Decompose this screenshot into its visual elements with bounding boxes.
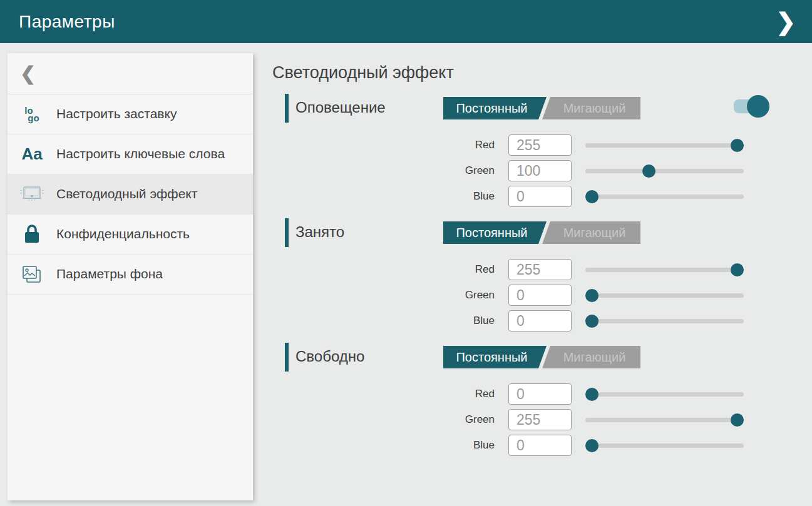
channel-row-green: Green (272, 285, 773, 306)
slider-track (585, 392, 744, 397)
channel-row-blue: Blue (272, 186, 773, 207)
red-slider[interactable] (585, 383, 744, 405)
sidebar-item-keywords[interactable]: Aa Настроить ключевые слова (8, 134, 253, 175)
channel-row-red: Red (272, 259, 773, 280)
channel-label: Blue (272, 190, 495, 203)
section-header-notification: Оповещение Постоянный Мигающий (272, 94, 773, 123)
mode-blink-button[interactable]: Мигающий (542, 97, 640, 119)
green-value-input[interactable] (508, 409, 572, 430)
mode-blink-button[interactable]: Мигающий (542, 346, 640, 368)
red-value-input[interactable] (508, 259, 572, 280)
slider-track (585, 418, 744, 422)
switch-knob (747, 95, 769, 118)
green-value-input[interactable] (508, 160, 572, 181)
slider-thumb[interactable] (585, 190, 599, 203)
mode-solid-button[interactable]: Постоянный (443, 221, 547, 244)
slider-track (585, 169, 744, 173)
rgb-channels: Red Green Blue (272, 134, 773, 207)
channel-label: Red (272, 388, 495, 400)
led-screen-icon (8, 185, 56, 204)
sidebar-item-label: Светодиодный эффект (56, 186, 197, 202)
channel-label: Blue (272, 315, 495, 327)
channel-row-red: Red (272, 383, 773, 405)
slider-thumb[interactable] (731, 413, 744, 427)
slider-thumb[interactable] (585, 315, 599, 328)
green-slider[interactable] (585, 285, 744, 306)
slider-track (585, 319, 744, 323)
red-value-input[interactable] (508, 134, 572, 156)
accent-bar (285, 343, 289, 372)
red-value-input[interactable] (508, 383, 572, 405)
channel-row-green: Green (272, 160, 773, 181)
mode-solid-button[interactable]: Постоянный (443, 97, 547, 119)
keywords-icon: Aa (8, 144, 56, 164)
green-slider[interactable] (585, 160, 744, 181)
section-name: Занято (296, 223, 344, 241)
logo-icon: logo (8, 107, 56, 122)
sidebar-item-label: Настроить заставку (56, 106, 177, 122)
channel-label: Green (272, 413, 495, 426)
red-slider[interactable] (585, 134, 744, 156)
channel-label: Green (272, 164, 495, 177)
sidebar-collapse-button[interactable]: ❮ (8, 53, 253, 94)
main-content: Светодиодный эффект Оповещение Постоянны… (272, 43, 773, 506)
channel-row-blue: Blue (272, 435, 773, 456)
sidebar: ❮ logo Настроить заставку Aa Настроить к… (8, 53, 253, 500)
sidebar-item-led-effect[interactable]: Светодиодный эффект (8, 175, 253, 215)
blue-slider[interactable] (585, 310, 744, 331)
blue-slider[interactable] (585, 435, 744, 456)
blue-value-input[interactable] (508, 186, 572, 207)
blue-value-input[interactable] (508, 435, 572, 456)
slider-track (585, 443, 744, 448)
channel-label: Green (272, 289, 495, 301)
section-name: Свободно (296, 348, 364, 365)
channel-label: Red (272, 263, 495, 276)
green-slider[interactable] (585, 409, 744, 430)
sidebar-item-label: Конфиденциальность (56, 226, 190, 242)
green-value-input[interactable] (508, 285, 572, 306)
slider-track (585, 268, 744, 272)
mode-solid-button[interactable]: Постоянный (443, 346, 547, 368)
channel-row-blue: Blue (272, 310, 773, 331)
sidebar-item-label: Параметры фона (56, 266, 163, 282)
notification-led-switch[interactable] (734, 99, 763, 113)
page-title: Параметры (19, 12, 115, 32)
slider-thumb[interactable] (585, 388, 599, 401)
slider-track (585, 195, 744, 199)
rgb-channels: Red Green Blue (272, 259, 773, 331)
rgb-channels: Red Green Blue (272, 383, 773, 456)
slider-thumb[interactable] (731, 139, 744, 152)
blue-slider[interactable] (585, 186, 744, 207)
section-name: Оповещение (296, 99, 386, 116)
mode-blink-button[interactable]: Мигающий (542, 221, 640, 244)
lock-icon (8, 224, 56, 245)
app-header: Параметры ❯ (0, 0, 812, 43)
sidebar-item-splash-screen[interactable]: logo Настроить заставку (8, 94, 253, 134)
channel-label: Blue (272, 439, 495, 452)
mode-toggle: Постоянный Мигающий (443, 346, 640, 368)
slider-thumb[interactable] (585, 439, 599, 452)
section-header-busy: Занято Постоянный Мигающий (272, 218, 773, 247)
channel-row-green: Green (272, 409, 773, 430)
slider-track (585, 293, 744, 298)
sidebar-item-privacy[interactable]: Конфиденциальность (8, 215, 253, 255)
chevron-left-icon: ❮ (20, 63, 36, 84)
blue-value-input[interactable] (508, 310, 572, 331)
slider-thumb[interactable] (731, 263, 744, 276)
channel-label: Red (272, 139, 495, 151)
accent-bar (285, 218, 289, 247)
slider-track (585, 143, 744, 148)
sidebar-item-label: Настроить ключевые слова (56, 146, 225, 162)
sidebar-item-background[interactable]: Параметры фона (8, 255, 253, 295)
mode-toggle: Постоянный Мигающий (443, 97, 640, 119)
mode-toggle: Постоянный Мигающий (443, 221, 640, 244)
accent-bar (285, 94, 289, 123)
red-slider[interactable] (585, 259, 744, 280)
background-images-icon (8, 265, 56, 285)
section-header-free: Свободно Постоянный Мигающий (272, 343, 773, 372)
content-title: Светодиодный эффект (272, 63, 773, 83)
slider-thumb[interactable] (585, 289, 599, 302)
channel-row-red: Red (272, 134, 773, 156)
slider-thumb[interactable] (642, 164, 655, 178)
chevron-right-icon[interactable]: ❯ (776, 10, 796, 34)
